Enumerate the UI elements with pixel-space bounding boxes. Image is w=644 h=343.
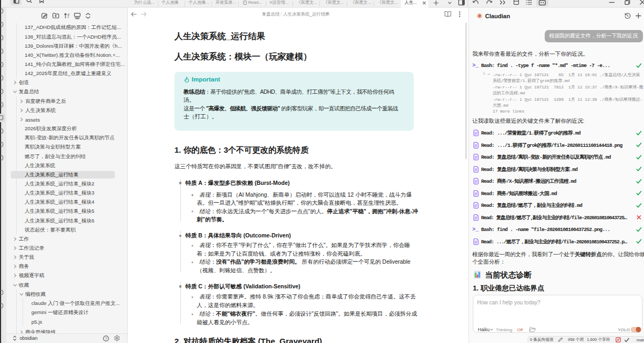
svg-text:?: ?: [105, 336, 107, 341]
svg-text:?: ?: [244, 1, 246, 4]
